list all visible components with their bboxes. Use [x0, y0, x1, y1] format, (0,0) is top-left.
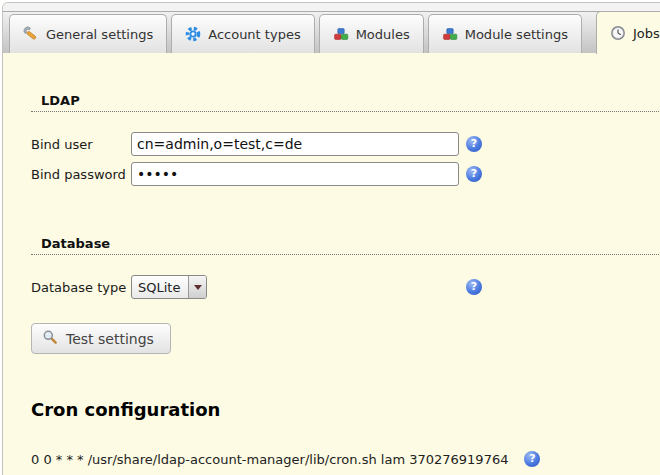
- database-type-label: Database type: [31, 280, 131, 295]
- section-title: Database: [41, 236, 110, 251]
- tabbar-top-padding: [3, 3, 660, 11]
- cron-command-text: 0 0 * * * /usr/share/ldap-account-manage…: [31, 452, 508, 467]
- tab-jobs[interactable]: Jobs: [596, 11, 660, 54]
- bind-user-row: Bind user ?: [31, 132, 660, 156]
- jobs-tab-content: LDAP Bind user ? Bind password ? Databas…: [3, 53, 660, 467]
- database-type-row: Database type SQLite ?: [31, 275, 660, 299]
- tab-label: Modules: [356, 27, 410, 42]
- tab-modules[interactable]: Modules: [319, 14, 424, 53]
- tab-label: General settings: [46, 27, 153, 42]
- help-icon[interactable]: ?: [466, 136, 482, 152]
- ldap-section-heading: LDAP: [31, 93, 660, 112]
- tab-general-settings[interactable]: General settings: [9, 14, 167, 53]
- modules-bricks-icon: [442, 26, 458, 42]
- select-dropdown-button[interactable]: [188, 276, 206, 298]
- test-settings-row: Test settings: [31, 323, 660, 354]
- modules-bricks-icon: [333, 26, 349, 42]
- settings-window: General settings Account types Modul: [2, 2, 660, 475]
- tab-module-settings[interactable]: Module settings: [428, 14, 582, 53]
- cron-configuration-heading: Cron configuration: [31, 399, 660, 421]
- bind-password-input[interactable]: [131, 162, 459, 186]
- tab-label: Account types: [208, 27, 300, 42]
- database-section-heading: Database: [31, 236, 660, 255]
- help-icon[interactable]: ?: [524, 451, 540, 467]
- bind-user-input[interactable]: [131, 132, 459, 156]
- tab-account-types[interactable]: Account types: [171, 14, 314, 53]
- cron-command-row: 0 0 * * * /usr/share/ldap-account-manage…: [31, 451, 660, 467]
- wrench-icon: [23, 26, 39, 42]
- tab-label: Module settings: [465, 27, 568, 42]
- test-settings-button[interactable]: Test settings: [31, 323, 171, 354]
- tab-label: Jobs: [633, 26, 660, 41]
- magnifier-icon: [42, 329, 58, 348]
- bind-password-label: Bind password: [31, 167, 131, 182]
- help-icon[interactable]: ?: [466, 279, 482, 295]
- gear-icon: [185, 26, 201, 42]
- database-type-select[interactable]: SQLite: [131, 275, 207, 299]
- help-icon[interactable]: ?: [466, 166, 482, 182]
- button-label: Test settings: [66, 331, 154, 347]
- bind-password-row: Bind password ?: [31, 162, 660, 186]
- clock-icon: [610, 25, 626, 41]
- tab-bar: General settings Account types Modul: [3, 11, 660, 53]
- bind-user-label: Bind user: [31, 137, 131, 152]
- section-title: LDAP: [41, 93, 80, 108]
- chevron-down-icon: [194, 285, 202, 290]
- selected-option: SQLite: [132, 276, 188, 298]
